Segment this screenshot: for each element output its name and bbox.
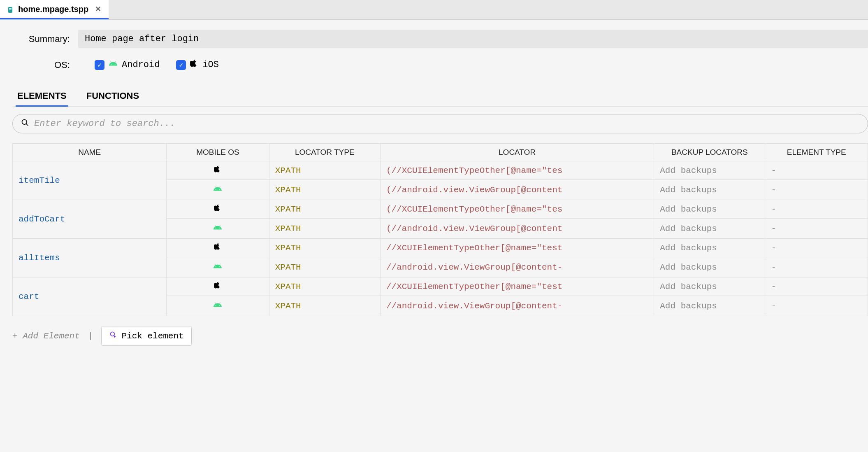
search-input[interactable] bbox=[34, 119, 859, 129]
locator[interactable]: //XCUIElementTypeOther[@name="test bbox=[380, 277, 654, 296]
pick-element-label: Pick element bbox=[121, 331, 183, 341]
element-name[interactable]: allItems bbox=[13, 239, 167, 277]
tab-elements[interactable]: ELEMENTS bbox=[16, 87, 68, 107]
bottom-actions: + Add Element | Pick element bbox=[12, 326, 868, 346]
table-row[interactable]: addToCartXPATH(//XCUIElementTypeOther[@n… bbox=[13, 200, 868, 219]
table-row[interactable]: itemTileXPATH(//XCUIElementTypeOther[@na… bbox=[13, 161, 868, 180]
element-name[interactable]: itemTile bbox=[13, 161, 167, 200]
add-element-button[interactable]: + Add Element bbox=[12, 331, 80, 341]
editor-content: Summary: OS: ✓ Android ✓ iOS ELEMENTS FU… bbox=[0, 20, 868, 358]
element-name[interactable]: cart bbox=[13, 277, 167, 316]
summary-input[interactable] bbox=[78, 30, 868, 48]
editor-tabbar: home.mpage.tspp ✕ bbox=[0, 0, 868, 20]
svg-rect-1 bbox=[9, 8, 12, 9]
checkbox-android[interactable]: ✓ bbox=[95, 60, 104, 70]
svg-line-4 bbox=[26, 124, 28, 126]
locator-type[interactable]: XPATH bbox=[269, 161, 380, 180]
tab-functions[interactable]: FUNCTIONS bbox=[85, 87, 141, 107]
os-android-label: Android bbox=[122, 60, 160, 70]
os-ios-label: iOS bbox=[202, 60, 219, 70]
table-header-row: NAME MOBILE OS LOCATOR TYPE LOCATOR BACK… bbox=[13, 144, 868, 161]
backup-locators[interactable]: Add backups bbox=[654, 161, 765, 180]
svg-rect-2 bbox=[9, 9, 12, 10]
locator[interactable]: //android.view.ViewGroup[@content- bbox=[380, 257, 654, 277]
backup-locators[interactable]: Add backups bbox=[654, 219, 765, 239]
nav-tabs: ELEMENTS FUNCTIONS bbox=[12, 87, 868, 107]
element-type[interactable]: - bbox=[765, 200, 868, 219]
close-icon[interactable]: ✕ bbox=[95, 5, 101, 14]
os-label: OS: bbox=[12, 60, 78, 70]
element-name[interactable]: addToCart bbox=[13, 200, 167, 239]
locator-type[interactable]: XPATH bbox=[269, 200, 380, 219]
table-row[interactable]: cartXPATH//XCUIElementTypeOther[@name="t… bbox=[13, 277, 868, 296]
search-icon bbox=[21, 119, 29, 129]
android-icon bbox=[167, 296, 269, 316]
table-row[interactable]: allItemsXPATH//XCUIElementTypeOther[@nam… bbox=[13, 239, 868, 257]
apple-icon bbox=[167, 277, 269, 296]
th-os: MOBILE OS bbox=[167, 144, 269, 161]
search-bar[interactable] bbox=[12, 114, 868, 133]
checkbox-ios[interactable]: ✓ bbox=[176, 60, 186, 70]
backup-locators[interactable]: Add backups bbox=[654, 200, 765, 219]
os-row: OS: ✓ Android ✓ iOS bbox=[12, 59, 868, 71]
th-etype: ELEMENT TYPE bbox=[765, 144, 868, 161]
locator[interactable]: (//android.view.ViewGroup[@content bbox=[380, 180, 654, 200]
file-tab[interactable]: home.mpage.tspp ✕ bbox=[0, 0, 109, 19]
backup-locators[interactable]: Add backups bbox=[654, 277, 765, 296]
element-type[interactable]: - bbox=[765, 277, 868, 296]
apple-icon bbox=[167, 239, 269, 257]
summary-label: Summary: bbox=[12, 34, 78, 44]
android-icon bbox=[167, 180, 269, 200]
locator-type[interactable]: XPATH bbox=[269, 296, 380, 316]
element-type[interactable]: - bbox=[765, 219, 868, 239]
th-name: NAME bbox=[13, 144, 167, 161]
element-type[interactable]: - bbox=[765, 161, 868, 180]
os-option-android[interactable]: ✓ Android bbox=[95, 59, 160, 71]
android-icon bbox=[109, 59, 118, 71]
apple-icon bbox=[167, 161, 269, 180]
file-icon bbox=[7, 6, 14, 12]
locator-type[interactable]: XPATH bbox=[269, 257, 380, 277]
pick-icon bbox=[109, 331, 117, 341]
element-type[interactable]: - bbox=[765, 296, 868, 316]
apple-icon bbox=[167, 200, 269, 219]
th-backups: BACKUP LOCATORS bbox=[654, 144, 765, 161]
os-option-ios[interactable]: ✓ iOS bbox=[176, 59, 219, 70]
th-locator-type: LOCATOR TYPE bbox=[269, 144, 380, 161]
backup-locators[interactable]: Add backups bbox=[654, 239, 765, 257]
element-type[interactable]: - bbox=[765, 257, 868, 277]
locator[interactable]: (//android.view.ViewGroup[@content bbox=[380, 219, 654, 239]
element-type[interactable]: - bbox=[765, 180, 868, 200]
locator-type[interactable]: XPATH bbox=[269, 239, 380, 257]
android-icon bbox=[167, 257, 269, 277]
svg-point-3 bbox=[22, 120, 27, 125]
locator[interactable]: //XCUIElementTypeOther[@name="test bbox=[380, 239, 654, 257]
android-icon bbox=[167, 219, 269, 239]
element-type[interactable]: - bbox=[765, 239, 868, 257]
th-locator: LOCATOR bbox=[380, 144, 654, 161]
elements-table: NAME MOBILE OS LOCATOR TYPE LOCATOR BACK… bbox=[12, 143, 868, 316]
locator-type[interactable]: XPATH bbox=[269, 219, 380, 239]
file-tab-label: home.mpage.tspp bbox=[18, 5, 88, 14]
divider: | bbox=[88, 331, 93, 341]
pick-element-button[interactable]: Pick element bbox=[101, 326, 191, 346]
apple-icon bbox=[190, 59, 198, 70]
backup-locators[interactable]: Add backups bbox=[654, 257, 765, 277]
locator-type[interactable]: XPATH bbox=[269, 180, 380, 200]
backup-locators[interactable]: Add backups bbox=[654, 180, 765, 200]
locator[interactable]: (//XCUIElementTypeOther[@name="tes bbox=[380, 161, 654, 180]
locator[interactable]: //android.view.ViewGroup[@content- bbox=[380, 296, 654, 316]
locator-type[interactable]: XPATH bbox=[269, 277, 380, 296]
summary-row: Summary: bbox=[12, 30, 868, 48]
backup-locators[interactable]: Add backups bbox=[654, 296, 765, 316]
locator[interactable]: (//XCUIElementTypeOther[@name="tes bbox=[380, 200, 654, 219]
